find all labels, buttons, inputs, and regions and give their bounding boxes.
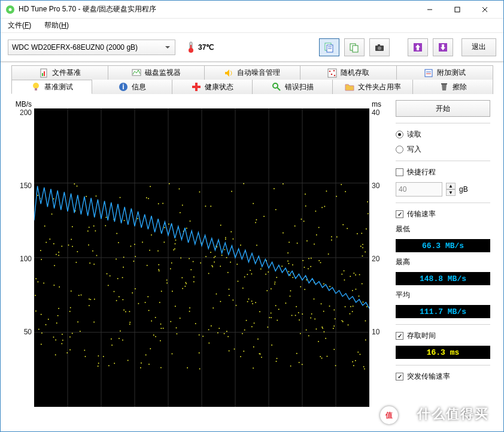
svg-rect-74 bbox=[350, 306, 351, 307]
svg-rect-123 bbox=[227, 272, 229, 273]
load-button[interactable] bbox=[433, 38, 453, 56]
svg-rect-117 bbox=[281, 266, 283, 267]
tab-random-access[interactable]: 随机存取 bbox=[300, 65, 397, 80]
svg-rect-208 bbox=[189, 258, 190, 259]
tab-file-benchmark[interactable]: 文件基准 bbox=[11, 65, 108, 80]
svg-rect-184 bbox=[256, 245, 257, 246]
exit-button[interactable]: 退出 bbox=[462, 38, 496, 56]
svg-rect-103 bbox=[76, 262, 77, 263]
menu-help[interactable]: 帮助(H) bbox=[42, 19, 71, 32]
svg-rect-458 bbox=[89, 298, 90, 300]
svg-rect-372 bbox=[38, 282, 39, 283]
svg-rect-275 bbox=[190, 269, 192, 270]
svg-rect-340 bbox=[41, 314, 42, 315]
radio-read[interactable]: 读取 bbox=[396, 129, 490, 140]
checkbox-transfer[interactable]: 传输速率 bbox=[396, 209, 490, 219]
copy-info-button[interactable] bbox=[319, 38, 339, 56]
tab-aam[interactable]: 自动噪音管理 bbox=[204, 65, 301, 80]
svg-rect-383 bbox=[138, 303, 139, 304]
svg-rect-226 bbox=[96, 255, 98, 256]
svg-rect-323 bbox=[354, 273, 355, 274]
minimize-button[interactable] bbox=[416, 1, 444, 19]
tab-error-scan[interactable]: 错误扫描 bbox=[252, 80, 333, 94]
svg-rect-99 bbox=[277, 358, 278, 359]
svg-rect-134 bbox=[163, 328, 164, 329]
svg-rect-358 bbox=[116, 259, 117, 260]
svg-rect-355 bbox=[289, 271, 290, 272]
svg-rect-120 bbox=[300, 333, 301, 334]
radio-write[interactable]: 写入 bbox=[396, 144, 490, 155]
copy-data-button[interactable] bbox=[344, 38, 365, 56]
svg-rect-223 bbox=[129, 311, 130, 312]
svg-rect-104 bbox=[271, 313, 272, 314]
maximize-button[interactable] bbox=[444, 1, 471, 19]
tab-extra-tests[interactable]: 附加测试 bbox=[396, 65, 493, 80]
spin-up[interactable]: ▲ bbox=[446, 183, 456, 189]
svg-rect-140 bbox=[57, 315, 59, 316]
svg-rect-269 bbox=[170, 321, 171, 322]
svg-rect-207 bbox=[224, 333, 225, 334]
save-button[interactable] bbox=[408, 38, 428, 56]
svg-rect-186 bbox=[110, 276, 111, 277]
svg-rect-303 bbox=[363, 366, 365, 367]
svg-rect-331 bbox=[77, 186, 78, 187]
svg-rect-410 bbox=[261, 357, 262, 358]
svg-rect-170 bbox=[117, 278, 119, 279]
svg-rect-434 bbox=[230, 231, 232, 232]
svg-rect-292 bbox=[287, 252, 289, 253]
svg-rect-171 bbox=[129, 322, 130, 323]
svg-rect-256 bbox=[54, 285, 55, 286]
screenshot-button[interactable] bbox=[369, 38, 390, 56]
svg-rect-302 bbox=[62, 340, 63, 341]
svg-rect-459 bbox=[212, 307, 214, 309]
tab-disk-monitor[interactable]: 磁盘监视器 bbox=[108, 65, 205, 80]
drive-selector[interactable]: WDC WD20EFRX-68EUZN0 (2000 gB) bbox=[8, 40, 175, 55]
svg-rect-345 bbox=[40, 250, 41, 251]
checkbox-shortstroke[interactable]: 快捷行程 bbox=[396, 167, 490, 177]
svg-rect-237 bbox=[260, 268, 262, 270]
svg-rect-425 bbox=[336, 237, 338, 238]
svg-rect-57 bbox=[292, 264, 293, 265]
svg-rect-40 bbox=[192, 86, 201, 88]
checkbox-burst[interactable]: 突发传输速率 bbox=[396, 371, 490, 382]
svg-rect-87 bbox=[133, 261, 135, 262]
svg-rect-283 bbox=[323, 283, 324, 285]
svg-rect-286 bbox=[318, 227, 320, 228]
close-button[interactable] bbox=[471, 1, 499, 19]
svg-rect-475 bbox=[342, 321, 343, 322]
svg-rect-176 bbox=[180, 318, 181, 319]
tab-health[interactable]: 健康状态 bbox=[172, 80, 253, 94]
shortstroke-input[interactable] bbox=[396, 182, 442, 197]
menu-file[interactable]: 文件(F) bbox=[5, 19, 34, 32]
svg-rect-76 bbox=[225, 237, 226, 238]
svg-rect-327 bbox=[202, 336, 204, 337]
svg-rect-307 bbox=[88, 244, 89, 246]
svg-rect-248 bbox=[89, 227, 90, 228]
tab-benchmark[interactable]: 基准测试 bbox=[11, 80, 92, 94]
watermark-logo: 值 bbox=[380, 406, 398, 424]
svg-point-1 bbox=[9, 8, 12, 11]
svg-rect-460 bbox=[150, 186, 151, 187]
tab-info[interactable]: i信息 bbox=[92, 80, 172, 94]
svg-rect-288 bbox=[236, 264, 238, 265]
svg-rect-411 bbox=[311, 258, 312, 259]
svg-rect-128 bbox=[240, 244, 241, 246]
start-button[interactable]: 开始 bbox=[396, 100, 490, 117]
checkbox-access[interactable]: 存取时间 bbox=[396, 331, 490, 341]
svg-rect-187 bbox=[147, 265, 148, 266]
svg-rect-305 bbox=[209, 343, 210, 344]
svg-rect-246 bbox=[294, 225, 296, 226]
svg-rect-313 bbox=[43, 283, 44, 284]
svg-rect-155 bbox=[175, 243, 176, 244]
svg-rect-429 bbox=[316, 328, 317, 330]
svg-rect-191 bbox=[45, 324, 47, 325]
svg-rect-344 bbox=[302, 260, 303, 261]
svg-rect-336 bbox=[362, 244, 363, 245]
svg-rect-198 bbox=[169, 183, 170, 185]
tab-erase[interactable]: 擦除 bbox=[412, 80, 493, 94]
svg-rect-64 bbox=[259, 354, 260, 355]
tab-folder-usage[interactable]: 文件夹占用率 bbox=[332, 80, 413, 94]
svg-rect-338 bbox=[352, 290, 353, 291]
scan-icon bbox=[272, 82, 281, 92]
spin-down[interactable]: ▼ bbox=[446, 189, 456, 196]
